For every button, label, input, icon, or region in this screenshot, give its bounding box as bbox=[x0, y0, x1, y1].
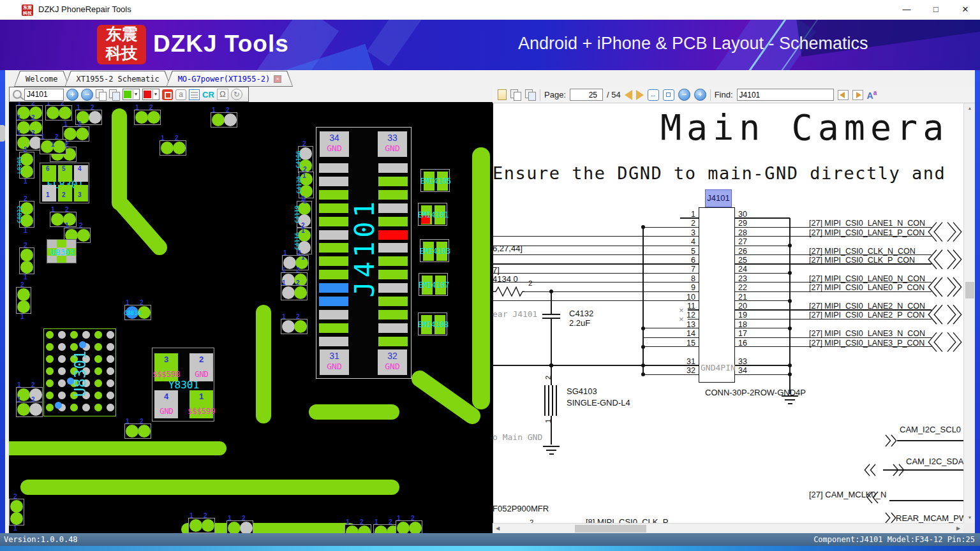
pcb-part[interactable]: 21 bbox=[19, 247, 34, 274]
pcb-part[interactable]: 21 bbox=[16, 287, 31, 314]
resistance-measure-icon[interactable]: Ω bbox=[217, 89, 228, 100]
pcb-part[interactable]: 12 bbox=[16, 135, 43, 151]
document-icon[interactable] bbox=[498, 89, 507, 100]
pcb-part[interactable]: 12 bbox=[50, 212, 77, 227]
pcb-part[interactable]: 12 bbox=[16, 402, 43, 417]
pcb-search-input[interactable] bbox=[24, 89, 64, 101]
tabi: Welcome bbox=[15, 71, 69, 86]
wl bbox=[543, 446, 560, 447]
scroll-down-arrow[interactable]: ▼ bbox=[964, 513, 976, 523]
page-input[interactable] bbox=[570, 89, 603, 101]
pn: 2 bbox=[31, 396, 35, 403]
find-prev-icon[interactable] bbox=[838, 90, 849, 100]
st: 2 bbox=[544, 376, 552, 379]
pcb-part-c4120[interactable]: 21C4120 bbox=[299, 172, 314, 198]
vertical-scroll-thumb[interactable] bbox=[965, 282, 974, 298]
label-toggle-icon[interactable]: a bbox=[175, 89, 186, 100]
scroll-right-arrow[interactable]: ▶ bbox=[953, 524, 963, 534]
maximize-button[interactable]: □ bbox=[921, 0, 951, 19]
paste-view-icon[interactable] bbox=[109, 89, 120, 100]
pn: 2 bbox=[411, 515, 415, 522]
pn: 1 bbox=[17, 129, 21, 136]
pp bbox=[240, 522, 253, 533]
pl: L8305 bbox=[17, 156, 23, 173]
pcb-part[interactable]: 12 bbox=[45, 105, 72, 121]
prev-page-icon[interactable] bbox=[625, 90, 632, 100]
pcb-part[interactable]: 12 bbox=[345, 524, 371, 533]
pcb-component-emi4101[interactable]: EMI4101 bbox=[418, 203, 447, 226]
refresh-icon[interactable]: ↻ bbox=[231, 89, 242, 100]
pcb-part-c8814[interactable]: 12C8814 bbox=[124, 305, 151, 320]
pcb-part-l8305[interactable]: 21L8305 bbox=[19, 152, 34, 179]
minimize-button[interactable]: — bbox=[892, 0, 921, 19]
top-layer-color-picker[interactable]: ▾ bbox=[122, 89, 140, 100]
horizontal-scrollbar[interactable]: ◀ ▶ bbox=[493, 523, 963, 533]
pcb-component-y8301[interactable]: Y83013$$$5982GND4GND1$$$599 bbox=[152, 348, 214, 422]
zoom-out-icon[interactable]: − bbox=[678, 89, 690, 101]
pcb-part[interactable]: 12 bbox=[134, 110, 161, 125]
rpad bbox=[378, 256, 408, 266]
pn: 2 bbox=[79, 222, 83, 229]
st: F052P900MFR bbox=[493, 504, 549, 513]
zoom-in-icon[interactable]: + bbox=[694, 89, 706, 101]
scroll-left-arrow[interactable]: ◀ bbox=[493, 524, 503, 534]
page-label: Page: bbox=[544, 90, 566, 99]
pcb-part[interactable]: 21 bbox=[9, 499, 24, 525]
fit-width-icon[interactable]: ↔ bbox=[648, 89, 659, 101]
wdot bbox=[641, 345, 645, 349]
font-case-icon[interactable]: Aa bbox=[867, 89, 877, 101]
pcb-part[interactable]: 12 bbox=[281, 319, 308, 334]
tab-close-icon[interactable]: ✕ bbox=[274, 75, 281, 83]
copy-page-icon[interactable] bbox=[510, 89, 521, 100]
pcb-part[interactable]: 12 bbox=[226, 520, 253, 533]
close-button[interactable]: ✕ bbox=[951, 0, 980, 19]
pcb-component-emi4107[interactable]: EMI4107 bbox=[419, 273, 448, 296]
tabi: XT1955-2 Schematic bbox=[66, 71, 170, 86]
pn: 2 bbox=[360, 518, 364, 525]
pcb-part[interactable]: 12 bbox=[124, 423, 151, 439]
pn: 1 bbox=[346, 518, 350, 525]
pcb-component-u8303[interactable]: U8303 bbox=[47, 239, 77, 263]
pcb-connector-j4101[interactable]: J410134GND33GND31GND32GND bbox=[316, 127, 412, 379]
component-frame-icon[interactable] bbox=[162, 89, 173, 100]
slabel: [27] MIPI_CSI0_LANE0_N_CON bbox=[809, 274, 925, 283]
side-panel-handle[interactable] bbox=[0, 125, 5, 142]
zoom-in-icon[interactable]: + bbox=[66, 89, 78, 101]
pcb-board-view[interactable]: 121212121212121212121221L830521C88222121… bbox=[9, 102, 493, 533]
pcb-part[interactable]: 12 bbox=[211, 112, 237, 128]
vertical-scrollbar[interactable]: ▲ ▼ bbox=[963, 103, 975, 523]
pcb-component-emi4103[interactable]: EMI4103 bbox=[420, 239, 449, 262]
pcb-component-emi4105[interactable]: EMI4105 bbox=[420, 169, 450, 192]
copy-view-icon[interactable] bbox=[96, 89, 107, 100]
next-page-icon[interactable] bbox=[636, 90, 644, 100]
tab-mo-g7power-xt1955-2-[interactable]: MO-G7power(XT1955-2)✕ bbox=[167, 71, 293, 87]
find-input[interactable] bbox=[737, 89, 834, 101]
bd bbox=[67, 378, 74, 385]
pcb-part[interactable]: 12 bbox=[63, 126, 89, 142]
tab-xt1955-2-schematic[interactable]: XT1955-2 Schematic bbox=[65, 71, 171, 87]
zoom-out-icon[interactable]: − bbox=[81, 89, 93, 101]
pcb-part-c8822[interactable]: 21C8822 bbox=[19, 201, 34, 228]
pcb-part[interactable]: 12 bbox=[281, 285, 308, 300]
horizontal-scroll-thumb[interactable] bbox=[575, 525, 646, 533]
schematic-page-view[interactable]: Main Camera Ensure the DGND to main-GND … bbox=[493, 103, 963, 523]
fit-page-icon[interactable] bbox=[663, 89, 674, 101]
pn: 1 bbox=[375, 518, 378, 525]
pp bbox=[294, 320, 307, 333]
pcb-part[interactable]: 12 bbox=[160, 140, 186, 156]
find-next-icon[interactable] bbox=[852, 90, 863, 100]
tab-welcome[interactable]: Welcome bbox=[14, 71, 70, 87]
pcb-component-fl8301[interactable]: FL8301654123 bbox=[40, 163, 89, 203]
scroll-up-arrow[interactable]: ▲ bbox=[964, 103, 976, 114]
cr-toggle-button[interactable]: CR bbox=[202, 90, 214, 99]
pcb-component-emi4108[interactable]: EMI4108 bbox=[418, 312, 447, 335]
pcb-component-u8301[interactable]: U8301 bbox=[43, 328, 116, 416]
elab: EMI4103 bbox=[415, 247, 456, 256]
layers-icon[interactable] bbox=[189, 89, 200, 100]
pcb-part[interactable]: 12 bbox=[396, 520, 422, 533]
pn: 2 bbox=[149, 104, 153, 111]
paste-page-icon[interactable] bbox=[525, 89, 536, 100]
bottom-layer-color-picker[interactable]: ▾ bbox=[142, 89, 160, 100]
wl bbox=[493, 263, 699, 264]
pcb-part[interactable]: 12 bbox=[188, 518, 215, 533]
